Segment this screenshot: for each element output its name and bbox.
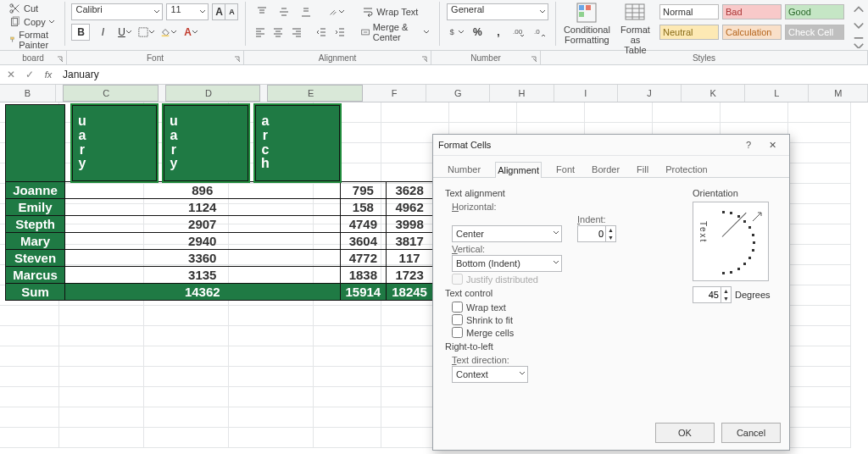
- sum-cell[interactable]: 15914: [340, 283, 387, 300]
- copy-button[interactable]: Copy: [7, 15, 58, 29]
- font-color-button[interactable]: A: [181, 24, 200, 41]
- spin-up-icon[interactable]: ▲: [605, 226, 615, 234]
- cell[interactable]: 3604: [340, 232, 387, 249]
- percent-button[interactable]: %: [469, 24, 487, 41]
- underline-button[interactable]: U: [115, 24, 134, 41]
- orientation-button[interactable]: [327, 3, 346, 20]
- row-header[interactable]: Steven: [6, 249, 65, 266]
- style-calculation[interactable]: Calculation: [722, 25, 782, 40]
- cell[interactable]: 3360: [65, 249, 341, 266]
- comma-button[interactable]: ,: [490, 24, 508, 41]
- cell[interactable]: 3135: [65, 266, 341, 283]
- styles-gallery-up[interactable]: [849, 2, 868, 18]
- header-february[interactable]: uary: [164, 105, 248, 181]
- sum-cell[interactable]: 18245: [387, 283, 433, 300]
- orientation-dial[interactable]: Text: [693, 202, 769, 281]
- cell[interactable]: 896: [65, 181, 341, 198]
- dialog-launcher-icon[interactable]: [56, 55, 64, 64]
- header-march[interactable]: arch: [255, 105, 340, 181]
- tab-protection[interactable]: Protection: [663, 161, 710, 177]
- row-header[interactable]: Stepth: [6, 215, 65, 232]
- align-top-button[interactable]: [253, 3, 271, 20]
- column-header-F[interactable]: F: [363, 85, 426, 102]
- increase-font-button[interactable]: A: [213, 4, 225, 19]
- column-header-H[interactable]: H: [490, 85, 554, 102]
- dialog-help-button[interactable]: ?: [737, 136, 760, 153]
- column-header-B[interactable]: B: [0, 85, 56, 102]
- horizontal-align-select[interactable]: Center: [452, 225, 562, 242]
- column-header-I[interactable]: I: [554, 85, 618, 102]
- row-header[interactable]: Joanne: [6, 181, 65, 198]
- align-middle-button[interactable]: [275, 3, 293, 20]
- cell[interactable]: 2940: [65, 232, 341, 249]
- number-format-selector[interactable]: General: [447, 3, 548, 20]
- spin-down-icon[interactable]: ▼: [721, 295, 731, 302]
- cell[interactable]: 4962: [387, 198, 433, 215]
- dialog-close-button[interactable]: ✕: [760, 136, 784, 153]
- row-header[interactable]: Mary: [6, 232, 65, 249]
- fb-cancel-button[interactable]: ✕: [3, 67, 19, 82]
- cell[interactable]: 4772: [340, 249, 387, 266]
- column-header-K[interactable]: K: [682, 85, 745, 102]
- styles-gallery-down[interactable]: [849, 18, 868, 34]
- fill-color-button[interactable]: [159, 24, 178, 41]
- accounting-format-button[interactable]: $: [447, 24, 465, 41]
- cell[interactable]: 1723: [387, 266, 433, 283]
- styles-gallery-more[interactable]: [849, 34, 868, 50]
- copy-dropdown-icon[interactable]: [48, 19, 55, 25]
- format-as-table-button[interactable]: Format as Table: [615, 2, 656, 55]
- cell[interactable]: 1124: [65, 198, 341, 215]
- dialog-launcher-icon[interactable]: [420, 55, 429, 64]
- header-january[interactable]: uary: [72, 105, 157, 181]
- style-good[interactable]: Good: [785, 4, 844, 19]
- decrease-font-button[interactable]: A: [225, 4, 237, 19]
- wrap-text-button[interactable]: Wrap Text: [359, 5, 420, 19]
- column-header-G[interactable]: G: [426, 85, 490, 102]
- fb-enter-button[interactable]: ✓: [22, 67, 37, 82]
- cancel-button[interactable]: Cancel: [721, 423, 781, 443]
- merge-cells-checkbox[interactable]: [452, 327, 463, 338]
- decrease-decimal-button[interactable]: .0: [531, 24, 549, 41]
- font-size-selector[interactable]: 11: [166, 3, 209, 20]
- format-painter-button[interactable]: Format Painter: [7, 29, 58, 51]
- wrap-text-checkbox[interactable]: [452, 302, 463, 313]
- style-check-cell[interactable]: Check Cell: [785, 25, 844, 40]
- sum-cell[interactable]: 14362: [65, 283, 341, 300]
- cell[interactable]: 3628: [387, 181, 433, 198]
- text-direction-select[interactable]: Context: [452, 366, 528, 383]
- degrees-spinner[interactable]: ▲▼: [693, 286, 732, 303]
- row-header[interactable]: Marcus: [6, 266, 65, 283]
- align-left-button[interactable]: [253, 24, 267, 41]
- formula-input[interactable]: January: [59, 69, 868, 80]
- spin-down-icon[interactable]: ▼: [605, 234, 615, 241]
- sum-row-header[interactable]: Sum: [6, 283, 65, 300]
- conditional-formatting-button[interactable]: Conditional Formatting: [559, 2, 615, 45]
- tab-number[interactable]: Number: [445, 161, 483, 177]
- style-neutral[interactable]: Neutral: [659, 25, 719, 40]
- ok-button[interactable]: OK: [655, 423, 715, 443]
- align-bottom-button[interactable]: [297, 3, 315, 20]
- vertical-align-select[interactable]: Bottom (Indent): [452, 255, 562, 272]
- font-name-selector[interactable]: Calibri: [71, 3, 163, 20]
- align-right-button[interactable]: [289, 24, 303, 41]
- cell[interactable]: 3998: [387, 215, 433, 232]
- italic-button[interactable]: I: [93, 24, 112, 41]
- cut-button[interactable]: Cut: [7, 2, 58, 15]
- column-header-M[interactable]: M: [809, 85, 868, 102]
- column-header-D[interactable]: D: [165, 85, 261, 102]
- tab-alignment[interactable]: Alignment: [495, 162, 542, 178]
- cell[interactable]: 158: [340, 198, 387, 215]
- fb-fx-button[interactable]: fx: [41, 67, 56, 82]
- cell[interactable]: 795: [340, 181, 387, 198]
- merge-center-button[interactable]: Merge & Center: [359, 21, 432, 43]
- align-center-button[interactable]: [271, 24, 286, 41]
- dialog-launcher-icon[interactable]: [233, 55, 242, 64]
- tab-font[interactable]: Font: [554, 161, 577, 177]
- column-header-C[interactable]: C: [63, 85, 159, 102]
- row-header[interactable]: Emily: [6, 198, 65, 215]
- cell[interactable]: 3817: [387, 232, 433, 249]
- spin-up-icon[interactable]: ▲: [721, 287, 731, 295]
- cell[interactable]: 1838: [340, 266, 387, 283]
- dialog-launcher-icon[interactable]: [530, 55, 538, 64]
- column-header-E[interactable]: E: [267, 85, 363, 102]
